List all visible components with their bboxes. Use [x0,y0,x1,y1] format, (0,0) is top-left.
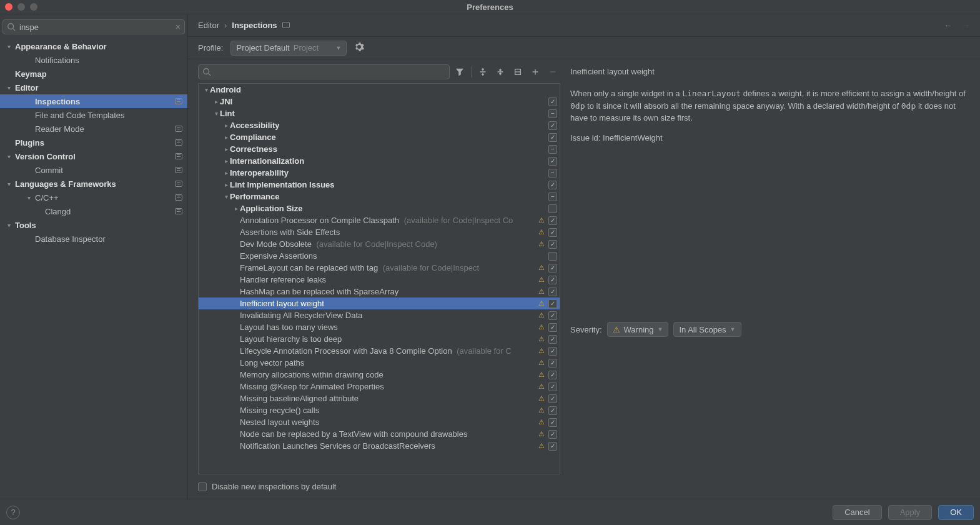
inspection-checkbox[interactable] [548,157,557,166]
inspection-checkbox[interactable] [548,228,557,237]
nav-back-button[interactable]: ← [944,21,952,30]
inspection-checkbox[interactable] [548,192,557,201]
inspection-row[interactable]: ▸Application Size [199,202,560,214]
inspection-row[interactable]: Assertions with Side Effects⚠ [199,226,560,238]
inspection-row[interactable]: Memory allocations within drawing code⚠ [199,369,560,381]
inspection-checkbox[interactable] [548,264,557,272]
inspection-row[interactable]: ▸Accessibility [199,119,560,131]
sidebar-item-clangd[interactable]: Clangd [0,204,187,218]
inspection-row[interactable]: ▾Lint [199,108,560,119]
inspection-checkbox[interactable] [548,418,557,427]
inspection-checkbox[interactable] [548,181,557,189]
inspection-checkbox[interactable] [548,133,557,142]
inspection-checkbox[interactable] [548,406,557,415]
inspection-checkbox[interactable] [548,169,557,178]
ok-button[interactable]: OK [938,505,974,520]
inspection-tree[interactable]: ▾Android▸JNI▾Lint▸Accessibility▸Complian… [198,83,560,474]
cancel-button[interactable]: Cancel [833,505,881,520]
inspection-row[interactable]: Annotation Processor on Compile Classpat… [199,214,560,226]
disable-checkbox[interactable] [198,482,207,491]
inspection-row[interactable]: ▸JNI [199,96,560,108]
filter-button[interactable] [452,64,467,79]
close-window-button[interactable] [5,3,12,11]
inspection-row[interactable]: Dev Mode Obsolete (available for Code|In… [199,238,560,250]
inspection-row[interactable]: Invalidating All RecyclerView Data⚠ [199,309,560,321]
inspection-row[interactable]: Layout has too many views⚠ [199,321,560,333]
remove-button[interactable] [545,64,560,79]
inspection-row[interactable]: Notification Launches Services or Broadc… [199,440,560,452]
inspection-row[interactable]: Long vector paths⚠ [199,357,560,369]
sidebar-item-version-control[interactable]: ▾Version Control [0,149,187,163]
profile-dropdown[interactable]: Project Default Project ▼ [230,41,347,56]
add-button[interactable] [528,64,543,79]
nav-forward-button[interactable]: → [962,21,970,30]
severity-dropdown[interactable]: ⚠ Warning ▼ [607,322,669,337]
inspection-row[interactable]: Inefficient layout weight⚠ [199,298,560,309]
inspection-row[interactable]: Missing baselineAligned attribute⚠ [199,392,560,404]
inspection-row[interactable]: ▾Android [199,84,560,96]
sidebar-item-commit[interactable]: Commit [0,163,187,177]
sidebar-item-notifications[interactable]: Notifications [0,53,187,67]
apply-button[interactable]: Apply [888,505,933,520]
inspection-checkbox[interactable] [548,299,557,308]
inspections-search-input[interactable] [211,68,445,77]
inspection-checkbox[interactable] [548,382,557,391]
sidebar-search-input[interactable] [16,22,176,32]
inspection-checkbox[interactable] [548,394,557,403]
inspection-row[interactable]: ▸Compliance [199,131,560,143]
inspection-row[interactable]: Nested layout weights⚠ [199,416,560,428]
sidebar-item-reader-mode[interactable]: Reader Mode [0,122,187,136]
inspection-row[interactable]: Node can be replaced by a TextView with … [199,428,560,440]
inspection-row[interactable]: HashMap can be replaced with SparseArray… [199,286,560,298]
inspection-row[interactable]: FrameLayout can be replaced with tag (av… [199,262,560,274]
reset-button[interactable] [510,64,525,79]
inspection-checkbox[interactable] [548,216,557,225]
inspection-row[interactable]: Handler reference leaks⚠ [199,274,560,286]
inspection-checkbox[interactable] [548,347,557,356]
inspection-checkbox[interactable] [548,311,557,320]
inspection-row[interactable]: Expensive Assertions [199,250,560,262]
inspection-checkbox[interactable] [548,276,557,284]
inspection-checkbox[interactable] [548,359,557,368]
expand-all-button[interactable] [475,64,490,79]
inspection-checkbox[interactable] [548,323,557,332]
sidebar-item-languages-frameworks[interactable]: ▾Languages & Frameworks [0,177,187,191]
minimize-window-button[interactable] [17,3,25,11]
inspection-row[interactable]: Lifecycle Annotation Processor with Java… [199,345,560,357]
inspection-row[interactable]: Missing @Keep for Animated Properties⚠ [199,381,560,392]
clear-search-icon[interactable]: × [176,22,181,32]
inspection-row[interactable]: ▸Lint Implementation Issues [199,179,560,191]
inspection-row[interactable]: Missing recycle() calls⚠ [199,404,560,416]
help-button[interactable]: ? [6,506,20,519]
inspection-checkbox[interactable] [548,442,557,451]
sidebar-item-file-and-code-templates[interactable]: File and Code Templates [0,108,187,122]
profile-gear-button[interactable] [354,42,364,54]
inspection-row[interactable]: ▸Interoperability [199,167,560,179]
sidebar-item-database-inspector[interactable]: Database Inspector [0,232,187,246]
inspections-search[interactable] [198,64,450,79]
sidebar-item-tools[interactable]: ▾Tools [0,218,187,232]
inspection-checkbox[interactable] [548,109,557,118]
sidebar-search[interactable]: × [2,19,185,34]
sidebar-item-keymap[interactable]: Keymap [0,67,187,81]
inspection-row[interactable]: Layout hierarchy is too deep⚠ [199,333,560,345]
inspection-checkbox[interactable] [548,98,557,106]
inspection-checkbox[interactable] [548,204,557,213]
sidebar-item-c-c-[interactable]: ▾C/C++ [0,191,187,204]
inspection-checkbox[interactable] [548,121,557,130]
sidebar-item-plugins[interactable]: Plugins [0,136,187,149]
inspection-checkbox[interactable] [548,335,557,344]
collapse-all-button[interactable] [493,64,508,79]
inspection-checkbox[interactable] [548,145,557,154]
inspection-checkbox[interactable] [548,430,557,439]
inspection-checkbox[interactable] [548,288,557,296]
inspection-checkbox[interactable] [548,371,557,379]
sidebar-item-inspections[interactable]: Inspections [0,94,187,108]
inspection-row[interactable]: ▾Performance [199,191,560,202]
inspection-checkbox[interactable] [548,252,557,261]
inspection-row[interactable]: ▸Correctness [199,143,560,155]
scope-dropdown[interactable]: In All Scopes ▼ [673,322,741,337]
inspection-row[interactable]: ▸Internationalization [199,155,560,167]
inspection-checkbox[interactable] [548,240,557,249]
maximize-window-button[interactable] [30,3,37,11]
